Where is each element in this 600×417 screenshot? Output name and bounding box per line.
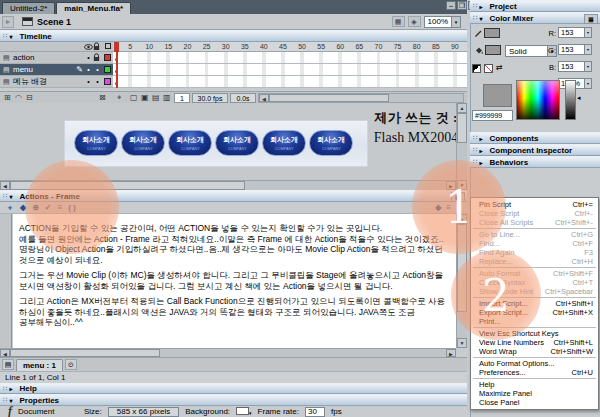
hex-color-input[interactable]: #999999 — [472, 110, 513, 121]
edit-symbol-icon[interactable]: ◈ — [408, 16, 421, 27]
layer-outline-color[interactable] — [102, 66, 113, 74]
document-tab-main-menu[interactable]: main_Menu.fla* — [56, 2, 131, 14]
nav-button[interactable]: 회사소개COMPANY — [121, 130, 165, 156]
component-inspector-panel-header[interactable]: ∷ ▸ Component Inspector — [470, 144, 600, 156]
properties-panel-header[interactable]: ∷ ▾ Properties — [0, 394, 467, 406]
minimize-icon[interactable]: – — [446, 1, 456, 10]
scroll-down-icon[interactable]: ▼ — [457, 338, 467, 348]
menu-item[interactable]: Export Script...Ctrl+Shift+X — [471, 308, 598, 317]
chevron-down-icon[interactable]: ▾ — [451, 17, 460, 27]
frame-rate-display[interactable]: 30.0 fps — [192, 93, 228, 103]
background-color-swatch[interactable]: ▾ — [236, 407, 252, 417]
layer-row[interactable]: ▤action• — [0, 52, 113, 64]
back-button[interactable]: ▸ — [2, 16, 14, 28]
green-input[interactable]: 153 ▾ — [558, 44, 592, 55]
color-picker-gradient[interactable] — [516, 80, 560, 120]
view-options-icon[interactable]: ≡ — [446, 202, 451, 214]
layer-lock-icon[interactable] — [93, 53, 102, 62]
layer-outline-color[interactable] — [102, 78, 113, 86]
show-hide-eye-icon[interactable] — [84, 44, 93, 50]
document-tab-untitled[interactable]: Untitled-2* — [2, 2, 55, 14]
scroll-down-icon[interactable]: ▼ — [457, 180, 467, 190]
nav-button[interactable]: 회사소개COMPANY — [74, 130, 118, 156]
layer-name[interactable]: 메뉴 배경 — [13, 76, 84, 87]
color-mixer-menu-button[interactable]: ≣ — [584, 14, 598, 24]
frames-row[interactable] — [113, 64, 467, 76]
add-statement-icon[interactable]: ＋ — [6, 202, 14, 214]
menu-item[interactable]: Pin ScriptCtrl+= — [471, 200, 598, 209]
scroll-left-icon[interactable]: ◀ — [0, 349, 10, 357]
no-color-icon[interactable] — [484, 64, 493, 73]
layer-outline-color[interactable] — [102, 54, 113, 62]
scroll-left-icon[interactable]: ◀ — [259, 94, 269, 102]
help-panel-header[interactable]: ∷ ▸ Help — [0, 383, 467, 394]
document-size-button[interactable]: 585 x 66 pixels — [108, 407, 179, 417]
script-vertical-scrollbar[interactable]: ▲ ▼ — [456, 214, 467, 348]
restore-icon[interactable]: ❐ — [457, 1, 467, 10]
blue-input[interactable]: 153 ▾ — [558, 61, 592, 72]
scroll-right-icon[interactable]: ▶ — [446, 181, 456, 190]
stage-vertical-scrollbar[interactable]: ▲ ▼ — [456, 103, 467, 190]
red-input[interactable]: 153 ▾ — [558, 27, 592, 38]
layer-lock-dot[interactable]: • — [93, 66, 102, 73]
playhead[interactable] — [114, 42, 119, 52]
layer-row[interactable]: ▤menu✎•• — [0, 64, 113, 76]
stage[interactable]: 회사소개COMPANY회사소개COMPANY회사소개COMPANY회사소개COM… — [0, 103, 467, 190]
scrollbar-thumb[interactable] — [10, 181, 245, 190]
script-horizontal-scrollbar[interactable]: ◀ ▶ — [0, 348, 456, 357]
scroll-up-icon[interactable]: ▲ — [457, 103, 467, 113]
show-code-hint-icon[interactable]: ( ) — [68, 202, 76, 214]
menu-item[interactable]: Close Panel — [471, 398, 598, 407]
pin-script-icon[interactable]: ⊙ — [65, 359, 77, 370]
color-mixer-panel-header[interactable]: ∷ ▾ Color Mixer ≣ — [470, 12, 600, 24]
scrollbar-thumb[interactable] — [457, 224, 467, 312]
layer-name[interactable]: action — [13, 53, 84, 62]
debug-options-icon[interactable]: ◈ — [435, 202, 441, 214]
scrollbar-thumb[interactable] — [457, 113, 467, 143]
layer-visibility-dot[interactable]: • — [84, 54, 93, 61]
layer-row[interactable]: ▤메뉴 배경•• — [0, 76, 113, 88]
timeline-ruler[interactable]: 51015202530354045505560657075808590 — [113, 42, 467, 52]
components-panel-header[interactable]: ∷ ▸ Components — [470, 132, 600, 144]
menu-item[interactable]: Import Script...Ctrl+Shift+I — [471, 299, 598, 308]
layer-name[interactable]: menu — [13, 65, 76, 74]
chevron-down-icon[interactable]: ▾ — [584, 28, 591, 37]
outline-icon[interactable] — [102, 43, 113, 50]
menu-item[interactable]: View Esc Shortcut Keys — [471, 329, 598, 338]
scrollbar-thumb[interactable] — [269, 94, 389, 102]
fill-color-swatch[interactable] — [485, 45, 501, 55]
zoom-combo[interactable]: 100% ▾ — [424, 16, 461, 28]
edit-scene-icon[interactable]: ▦ — [392, 16, 405, 27]
layer-lock-dot[interactable]: • — [93, 78, 102, 85]
stage-horizontal-scrollbar[interactable]: ◀ ▶ — [0, 180, 456, 190]
menu-item[interactable]: Maximize Panel — [471, 389, 598, 398]
fill-color-control[interactable] — [474, 45, 501, 55]
auto-format-icon[interactable]: ≡ — [58, 202, 63, 214]
menu-item[interactable]: Auto Format Options... — [471, 359, 598, 368]
default-colors-icon[interactable] — [472, 64, 481, 73]
frames-row[interactable] — [113, 52, 467, 64]
actions-panel-menu-button[interactable]: ≣ — [451, 192, 465, 202]
menu-item[interactable]: Print... — [471, 317, 598, 326]
chevron-down-icon[interactable]: ▾ — [584, 45, 591, 54]
nav-button[interactable]: 회사소개COMPANY — [262, 130, 306, 156]
stroke-color-swatch[interactable] — [484, 28, 500, 38]
scrollbar-thumb[interactable] — [10, 349, 160, 357]
scroll-up-icon[interactable]: ▲ — [457, 214, 467, 224]
nav-button[interactable]: 회사소개COMPANY — [215, 130, 259, 156]
insert-target-path-icon[interactable]: ⊕ — [32, 202, 39, 214]
script-navigator-icon[interactable]: ▤ — [2, 359, 14, 370]
menu-item[interactable]: Preferences...Ctrl+U — [471, 368, 598, 377]
chevron-down-icon[interactable]: ▾ — [584, 62, 591, 71]
chevron-down-icon[interactable]: ▾ — [584, 79, 591, 88]
script-navigator-splitter[interactable] — [0, 214, 12, 348]
frame-rate-input[interactable]: 30 — [305, 407, 325, 417]
nav-button[interactable]: 회사소개COMPANY — [168, 130, 212, 156]
brightness-slider-arrow[interactable]: ◂ — [577, 94, 581, 102]
script-text[interactable]: ACTION을 기입할 수 있는 공간이며, 어떤 ACTION을 넣을 수 있… — [13, 214, 456, 348]
lock-icon[interactable] — [93, 42, 102, 51]
swap-colors-icon[interactable]: ⇄ — [496, 63, 503, 73]
script-tab[interactable]: menu : 1 — [16, 359, 63, 371]
find-icon[interactable]: ◈ — [20, 202, 26, 214]
menu-item[interactable]: Word WrapCtrl+Shift+W — [471, 347, 598, 356]
